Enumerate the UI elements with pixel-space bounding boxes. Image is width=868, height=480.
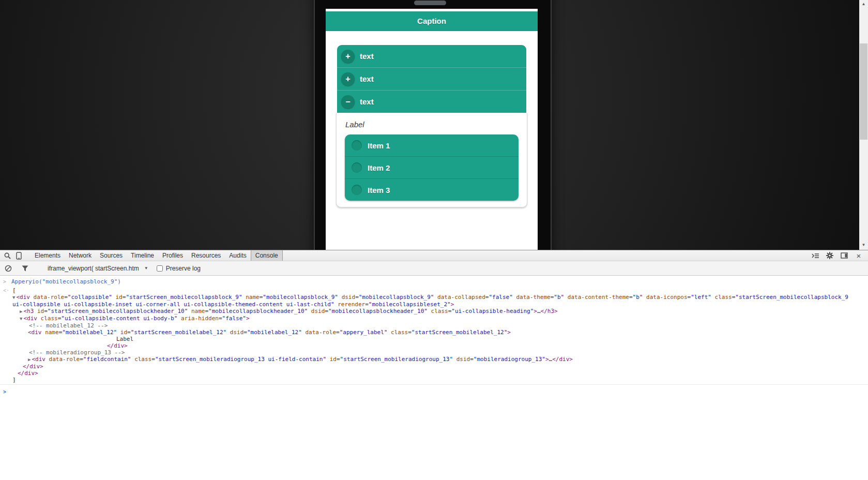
console-token-val: "startScreen_mobileradiogroup_13 ui-fiel… (155, 356, 326, 363)
frame-context-selector[interactable]: iframe_viewport( startScreen.htm ▼ (48, 265, 148, 272)
console-token-eq: = (629, 294, 633, 301)
close-icon[interactable]: × (851, 250, 866, 261)
console-token-eq: = (337, 356, 340, 363)
tab-profiles[interactable]: Profiles (158, 250, 187, 261)
scrollbar-up-icon[interactable]: ▲ (859, 0, 868, 8)
scrollbar-thumb[interactable] (860, 43, 867, 140)
scrollbar-down-icon[interactable]: ▼ (859, 241, 868, 249)
console-token-attr: dsid (342, 294, 356, 301)
device-icon[interactable] (13, 250, 24, 261)
console-token-com: <!-- mobileradiogroup_13 --> (29, 349, 125, 356)
console-line-text: ] (0, 377, 16, 383)
console-line-text: </div> (0, 342, 128, 349)
console-token-tag: <div (28, 329, 45, 336)
console-line: </div> (0, 370, 868, 377)
radio-button-icon[interactable] (352, 162, 362, 173)
collapsible-header-row[interactable]: +text (337, 67, 526, 90)
console-token-tag: > (451, 301, 454, 308)
console-token-val: "mobilecollapsblock_9" (359, 294, 434, 301)
console-token-val: "ui-collapsible-content ui-body-b" (61, 315, 177, 322)
console-token-eq: = (336, 329, 340, 336)
console-token-val: "false" (489, 294, 512, 301)
console-token-eq: = (355, 294, 359, 301)
tab-elements[interactable]: Elements (31, 250, 65, 261)
console-token-eq: = (470, 356, 474, 363)
search-icon[interactable] (2, 250, 13, 261)
console-line: ▼<div class="ui-collapsible-content ui-b… (0, 315, 868, 322)
page-scrollbar[interactable]: ▲ ▼ (859, 0, 868, 250)
console-token-sp (564, 294, 568, 301)
console-token-val: "left" (691, 294, 711, 301)
tree-collapse-icon[interactable]: ▼ (12, 295, 15, 300)
clear-console-icon[interactable] (2, 265, 14, 272)
console-line: ui-collapsible ui-collapsible-inset ui-c… (0, 301, 868, 308)
console-token-val: "startScreen_mobileradiogroup_13" (340, 356, 453, 363)
radio-button-icon[interactable] (352, 140, 362, 151)
console-token-eq: = (151, 356, 155, 363)
console-line: ▼<div data-role="collapsible" id="startS… (0, 294, 868, 301)
app-header-title: Caption (417, 17, 446, 25)
console-line-text: </div> (0, 370, 38, 377)
console-token-val: "mobileradiogroup_13" (474, 356, 545, 363)
filter-funnel-icon[interactable] (19, 265, 31, 272)
console-token-val: "startScreen_mobilelabel_12" (131, 329, 226, 336)
gear-icon[interactable] (823, 250, 837, 261)
devtools-panel: ElementsNetworkSourcesTimelineProfilesRe… (0, 250, 868, 480)
tab-network[interactable]: Network (65, 250, 96, 261)
collapsible-header-row[interactable]: +text (337, 45, 526, 67)
console-line-text: ui-collapsible ui-collapsible-inset ui-c… (0, 301, 454, 308)
chevron-down-icon: ▼ (144, 266, 148, 271)
console-line: <!-- mobileradiogroup_13 --> (0, 349, 868, 356)
preserve-log-label: Preserve log (166, 265, 201, 272)
tree-collapse-icon[interactable]: ▼ (20, 316, 22, 321)
console-token-cmd: Apperyio("mobilecollapsblock_9") (11, 278, 121, 285)
console-token-tag: </div> (23, 363, 43, 370)
console-token-attr: rerender (338, 301, 365, 308)
radio-item-row[interactable]: Item 3 (345, 178, 519, 201)
devtools-tab-bar: ElementsNetworkSourcesTimelineProfilesRe… (31, 250, 283, 261)
collapsible-header-label: text (360, 52, 374, 61)
dock-side-icon[interactable] (837, 250, 851, 261)
console-token-attr: aria-hidden (181, 315, 219, 322)
minus-icon: − (341, 95, 355, 109)
radio-item-label: Item 2 (368, 163, 390, 172)
console-line-text: <!-- mobilelabel_12 --> (0, 322, 108, 329)
console-token-val: "b" (554, 294, 564, 301)
tab-timeline[interactable]: Timeline (127, 250, 158, 261)
frame-context-label: iframe_viewport( startScreen.htm (48, 265, 139, 272)
radio-group: Item 1Item 2Item 3 (345, 134, 519, 201)
tab-console[interactable]: Console (251, 250, 283, 261)
console-line-text: Label (0, 336, 133, 342)
radio-item-row[interactable]: Item 1 (345, 134, 519, 156)
console-token-val: "b" (633, 294, 643, 301)
console-token-val: "startScreen_mobilecollapsblock_9" (126, 294, 242, 301)
radio-item-row[interactable]: Item 2 (345, 156, 519, 178)
console-line-text: </div> (0, 363, 43, 370)
tab-audits[interactable]: Audits (225, 250, 250, 261)
tree-expand-icon[interactable]: ▶ (20, 309, 22, 314)
radio-button-icon[interactable] (352, 185, 362, 195)
console-token-attr: name (191, 308, 205, 314)
console-token-sp (428, 308, 431, 314)
tab-resources[interactable]: Resources (187, 250, 225, 261)
tab-sources[interactable]: Sources (96, 250, 127, 261)
console-token-tag: > (246, 315, 250, 322)
console-line-result: <·[ (0, 287, 868, 294)
collapsible-expanded-panel: Label Item 1Item 2Item 3 (336, 113, 527, 207)
preserve-log-checkbox[interactable] (157, 265, 163, 272)
prompt-chevron-icon[interactable]: > (3, 388, 6, 395)
collapsible-header-label: text (360, 74, 374, 83)
console-token-attr: data-collapsed (437, 294, 485, 301)
console-token-val: "mobilecollapsblockheader_10" (208, 308, 308, 314)
preserve-log-option[interactable]: Preserve log (157, 265, 201, 272)
console-token-sp (188, 308, 191, 314)
tree-expand-icon[interactable]: ▶ (28, 357, 31, 362)
console-token-eq: = (80, 356, 83, 363)
console-drawer-icon[interactable] (808, 250, 823, 261)
console-token-eq: = (64, 294, 68, 301)
console-token-eq: = (408, 329, 412, 336)
app-header-bar: Caption (326, 11, 538, 31)
collapsible-header-row[interactable]: −text (337, 90, 526, 113)
console-token-attr: data-role (49, 356, 80, 363)
console-token-txt: Label (116, 336, 133, 342)
